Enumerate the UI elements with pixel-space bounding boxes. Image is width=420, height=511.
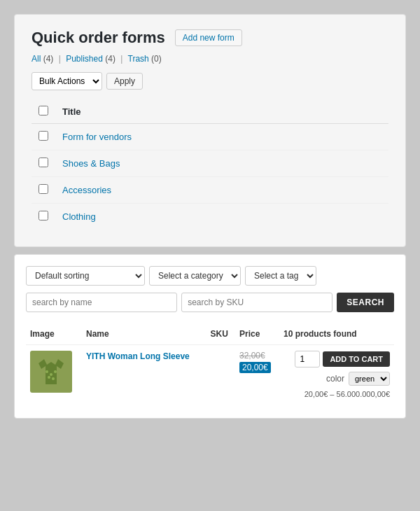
form-link[interactable]: Clothing	[62, 211, 96, 222]
filter-trash-link[interactable]: Trash	[128, 54, 149, 64]
filter-published-link[interactable]: Published	[66, 54, 103, 64]
table-row: Accessories	[31, 177, 388, 204]
sep2: |	[120, 54, 122, 64]
product-image	[30, 351, 72, 393]
filter-links: All (4) | Published (4) | Trash (0)	[31, 54, 388, 64]
search-row: SEARCH	[26, 293, 394, 312]
table-row: Clothing	[31, 204, 388, 230]
product-name-cell: YITH Woman Long Sleeve	[82, 345, 206, 405]
product-sweater-icon	[31, 352, 71, 391]
name-header: Name	[82, 323, 206, 345]
sep1: |	[59, 54, 61, 64]
row-title-cell: Clothing	[55, 204, 388, 230]
search-name-input[interactable]	[26, 293, 177, 312]
table-row: Shoes & Bags	[31, 150, 388, 177]
price-header: Price	[235, 323, 279, 345]
tag-select[interactable]: Select a tag	[245, 266, 316, 286]
filter-row: Default sortingSort by popularitySort by…	[26, 266, 394, 286]
bulk-row: Bulk Actions Apply	[31, 72, 388, 90]
quantity-input[interactable]	[295, 351, 320, 368]
product-row: YITH Woman Long Sleeve 32,00€ 20,00€ ADD…	[26, 345, 394, 405]
sorting-select[interactable]: Default sortingSort by popularitySort by…	[26, 266, 145, 286]
forms-table: Title Form for vendors Shoes & Bags	[31, 100, 388, 230]
color-row: color green	[326, 372, 390, 386]
product-image-cell	[26, 345, 82, 405]
search-sku-input[interactable]	[181, 293, 332, 312]
color-select[interactable]: green	[349, 372, 390, 386]
image-header: Image	[26, 323, 82, 345]
select-all-checkbox[interactable]	[38, 106, 48, 115]
svg-point-5	[48, 376, 50, 379]
color-label: color	[326, 374, 344, 384]
title-header: Title	[55, 100, 388, 124]
product-price-cell: 32,00€ 20,00€	[235, 345, 279, 405]
row-checkbox[interactable]	[38, 158, 48, 167]
products-found: 10 products found	[279, 323, 394, 345]
trash-count: (0)	[151, 54, 162, 64]
add-new-form-button[interactable]: Add new form	[175, 29, 242, 46]
top-card: Quick order forms Add new form All (4) |…	[14, 14, 406, 247]
table-row: Form for vendors	[31, 124, 388, 150]
page-title: Quick order forms	[31, 29, 165, 47]
row-checkbox-cell	[31, 177, 55, 204]
row-title-cell: Shoes & Bags	[55, 150, 388, 177]
qty-add-row: ADD TO CART	[295, 351, 390, 368]
product-actions: ADD TO CART color green 20,00€ – 56.000.…	[284, 351, 390, 398]
page-wrapper: Quick order forms Add new form All (4) |…	[14, 14, 406, 419]
row-checkbox[interactable]	[38, 184, 48, 194]
category-select[interactable]: Select a category	[149, 266, 241, 286]
select-all-header	[31, 100, 55, 124]
bottom-card: Default sortingSort by popularitySort by…	[14, 254, 406, 419]
product-sku-cell	[206, 345, 235, 405]
add-to-cart-button[interactable]: ADD TO CART	[323, 351, 390, 367]
svg-point-3	[50, 373, 52, 376]
form-link[interactable]: Shoes & Bags	[62, 158, 120, 169]
price-range: 20,00€ – 56.000.000,00€	[304, 390, 390, 398]
bulk-actions-select[interactable]: Bulk Actions	[31, 72, 102, 90]
row-title-cell: Accessories	[55, 177, 388, 204]
published-count: (4)	[105, 54, 115, 64]
svg-point-2	[46, 370, 48, 373]
top-card-header: Quick order forms Add new form	[31, 29, 388, 47]
filter-all-link[interactable]: All	[31, 54, 41, 64]
sku-header: SKU	[206, 323, 235, 345]
all-count: (4)	[43, 54, 54, 64]
product-action-cell: ADD TO CART color green 20,00€ – 56.000.…	[279, 345, 394, 405]
svg-point-4	[54, 370, 57, 373]
product-price-new: 20,00€	[239, 362, 271, 373]
apply-button[interactable]: Apply	[106, 73, 143, 90]
row-checkbox-cell	[31, 150, 55, 177]
row-checkbox-cell	[31, 124, 55, 150]
product-name-link[interactable]: YITH Woman Long Sleeve	[86, 351, 190, 361]
form-link[interactable]: Accessories	[62, 185, 111, 195]
form-link[interactable]: Form for vendors	[62, 132, 132, 142]
row-title-cell: Form for vendors	[55, 124, 388, 150]
row-checkbox-cell	[31, 204, 55, 230]
products-table: Image Name SKU Price 10 products found	[26, 323, 394, 404]
svg-point-6	[52, 377, 55, 380]
search-button[interactable]: SEARCH	[337, 293, 394, 312]
row-checkbox[interactable]	[38, 131, 48, 141]
product-price-old: 32,00€	[239, 351, 275, 360]
row-checkbox[interactable]	[38, 211, 48, 220]
